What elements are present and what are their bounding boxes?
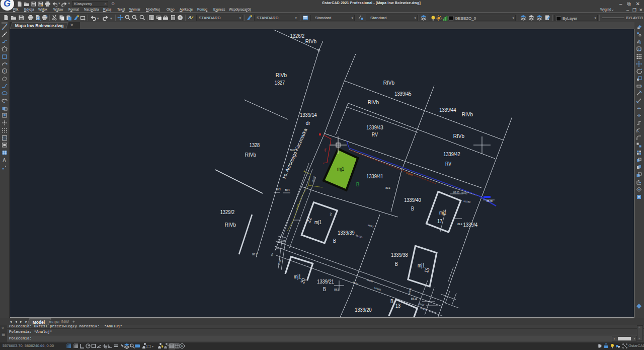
svg-text:88.48: 88.48: [487, 199, 493, 202]
svg-text:ko160: ko160: [374, 286, 381, 291]
svg-text:1339/20: 1339/20: [355, 307, 372, 313]
svg-text:ka160: ka160: [406, 171, 413, 177]
svg-text:A: A: [3, 158, 6, 163]
svg-text:88.4: 88.4: [285, 188, 290, 191]
svg-text:88.65: 88.65: [453, 191, 459, 194]
svg-text:RV: RV: [372, 131, 378, 137]
svg-text:dr: dr: [305, 120, 310, 126]
svg-text:1339/42: 1339/42: [443, 151, 460, 157]
svg-text:88.1: 88.1: [252, 253, 257, 256]
svg-text:RIVb: RIVb: [383, 80, 394, 86]
svg-text:wo32: wo32: [367, 223, 374, 228]
svg-text:RIVb: RIVb: [276, 72, 287, 78]
svg-text:1339/38: 1339/38: [391, 252, 408, 258]
svg-text:mj1: mj1: [294, 273, 301, 279]
svg-text:1339/4: 1339/4: [463, 222, 477, 228]
svg-text:?: ?: [179, 16, 182, 20]
svg-text:RIVb: RIVb: [245, 152, 256, 158]
svg-text:RIVb: RIVb: [305, 38, 316, 44]
svg-text:RIVb: RIVb: [453, 133, 464, 139]
svg-text:ko32: ko32: [353, 281, 359, 285]
svg-text:B: B: [390, 298, 393, 304]
svg-text:mj1: mj1: [418, 262, 425, 268]
svg-text:eN: eN: [329, 212, 333, 216]
svg-text:89.4: 89.4: [457, 223, 462, 226]
svg-text:88.35: 88.35: [411, 297, 417, 300]
svg-text:A: A: [188, 15, 192, 20]
svg-text:B: B: [411, 205, 414, 212]
svg-text:ka160: ka160: [420, 306, 428, 311]
svg-text:13: 13: [395, 303, 400, 309]
svg-text:1339/21: 1339/21: [317, 278, 334, 285]
svg-text:ko160: ko160: [355, 234, 363, 239]
svg-text:15: 15: [423, 267, 431, 274]
svg-text:ko160: ko160: [463, 199, 471, 203]
svg-text:RIVb: RIVb: [368, 99, 379, 105]
svg-text:B: B: [395, 261, 398, 267]
svg-text:RIVb: RIVb: [225, 222, 236, 228]
svg-text:gn32: gn32: [277, 259, 282, 265]
svg-text:1328: 1328: [250, 142, 260, 148]
svg-text:mj1: mj1: [439, 209, 446, 216]
svg-text:86.6: 86.6: [290, 149, 295, 152]
svg-text:88.5: 88.5: [334, 288, 339, 291]
svg-text:eN: eN: [270, 252, 274, 256]
svg-text:1327: 1327: [275, 80, 285, 86]
svg-text:mj1: mj1: [314, 219, 321, 225]
svg-text:1339/41: 1339/41: [366, 173, 383, 179]
svg-text:88.3: 88.3: [276, 188, 281, 191]
svg-text:B: B: [323, 286, 326, 292]
svg-text:+: +: [126, 15, 128, 19]
svg-text:1326/2: 1326/2: [290, 33, 304, 39]
svg-text:C: C: [181, 344, 184, 347]
svg-text:wo32: wo32: [367, 278, 373, 283]
svg-text:gn32: gn32: [295, 203, 300, 210]
svg-text:B: B: [333, 238, 336, 244]
svg-text:1339/44: 1339/44: [439, 107, 456, 113]
svg-text:RV: RV: [445, 161, 451, 167]
svg-text:1339/45: 1339/45: [394, 91, 412, 97]
svg-text:89.1: 89.1: [385, 186, 390, 189]
svg-text:20: 20: [299, 277, 307, 285]
svg-text:1329/2: 1329/2: [220, 209, 234, 215]
svg-text:–: –: [133, 15, 135, 19]
svg-text:eN: eN: [323, 148, 327, 152]
svg-text:1339/40: 1339/40: [404, 197, 421, 203]
svg-text:wo32: wo32: [461, 191, 468, 195]
svg-text:RIVb: RIVb: [462, 111, 473, 117]
svg-text:B: B: [356, 182, 360, 187]
svg-text:17: 17: [437, 218, 442, 224]
svg-text:1339/39: 1339/39: [338, 230, 355, 236]
svg-text:1339/43: 1339/43: [366, 124, 383, 130]
svg-text:1339/14: 1339/14: [300, 112, 317, 118]
svg-text:mj1: mj1: [337, 166, 344, 172]
